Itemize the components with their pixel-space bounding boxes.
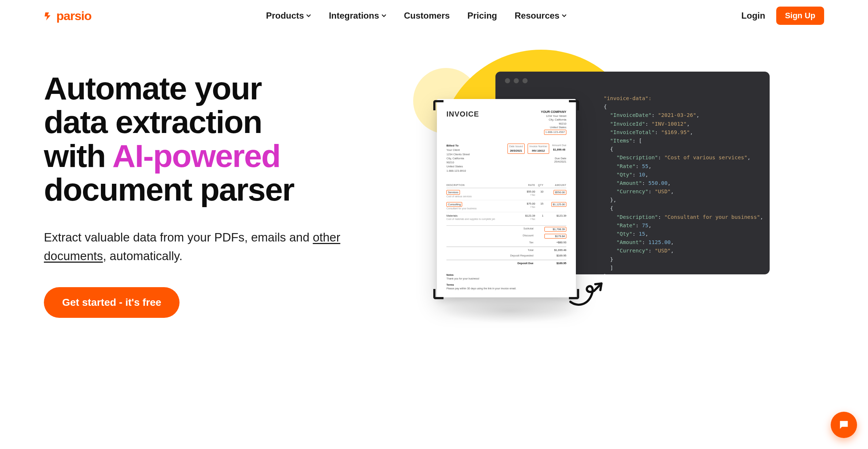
nav-pricing[interactable]: Pricing bbox=[467, 11, 497, 21]
total-value: $1,699.48 bbox=[544, 248, 566, 252]
deposit-value: $169.95 bbox=[544, 254, 566, 257]
invoice-row: ServicesCost of various services$55.00+T… bbox=[446, 188, 566, 200]
hero-section: Automate your data extraction with AI-po… bbox=[0, 31, 868, 335]
brand-logo[interactable]: parsio bbox=[44, 9, 91, 23]
nav-links: Products Integrations Customers Pricing … bbox=[266, 11, 567, 21]
chevron-down-icon bbox=[381, 13, 386, 18]
brand-name: parsio bbox=[56, 9, 91, 23]
due-date-label: Due Date bbox=[507, 157, 566, 160]
hero-copy: Automate your data extraction with AI-po… bbox=[44, 72, 395, 335]
window-controls-icon bbox=[505, 78, 760, 83]
client-zip: 90210 bbox=[446, 161, 454, 164]
company-zip: 90210 bbox=[559, 122, 566, 125]
tax-value: +$80.93 bbox=[544, 241, 566, 244]
invoice-row: ConsultingConsultant for your business$7… bbox=[446, 200, 566, 212]
client-country: United States bbox=[446, 165, 463, 168]
invoice-number: Invoice Number INV-10012 bbox=[528, 144, 549, 154]
chevron-down-icon bbox=[562, 13, 567, 18]
deposit-label: Deposit Requested bbox=[493, 254, 533, 257]
headline: Automate your data extraction with AI-po… bbox=[44, 72, 395, 207]
date-issued-value: 26/3/2021 bbox=[509, 149, 523, 153]
nav-resources[interactable]: Resources bbox=[514, 11, 567, 21]
subtotal-label: Subtotal bbox=[493, 227, 533, 232]
billed-label: Billed To bbox=[446, 144, 458, 147]
invoice-totals: Subtotal$1,798.39 Discount$179.84 Tax+$8… bbox=[446, 225, 566, 266]
amount-due: Amount Due $1,699.48 bbox=[552, 144, 566, 154]
company-name: YOUR COMPANY bbox=[541, 110, 566, 114]
col-rate: RATE bbox=[520, 182, 535, 188]
decor-shadow bbox=[441, 298, 580, 324]
nav-products[interactable]: Products bbox=[266, 11, 311, 21]
due-date: Due Date 25/4/2021 bbox=[507, 157, 566, 163]
nav-label: Customers bbox=[404, 11, 450, 21]
invoice-company: YOUR COMPANY 1234 Your Street City, Cali… bbox=[541, 110, 566, 135]
due-date-value: 25/4/2021 bbox=[507, 160, 566, 163]
invoice-line-items: DESCRIPTION RATE QTY AMOUNT ServicesCost… bbox=[446, 182, 566, 222]
headline-line-4: document parser bbox=[44, 171, 294, 208]
client-city: City, California bbox=[446, 157, 464, 160]
chat-fab[interactable] bbox=[831, 412, 857, 438]
top-nav: parsio Products Integrations Customers P… bbox=[0, 0, 868, 31]
deposit-due-label: Deposit Due bbox=[493, 262, 533, 265]
cta-button[interactable]: Get started - it's free bbox=[44, 287, 180, 318]
discount-label: Discount bbox=[493, 234, 533, 239]
company-addr: 1234 Your Street bbox=[546, 114, 566, 118]
company-phone: 1-888-123-4567 bbox=[544, 130, 566, 135]
json-root: "invoice-data": bbox=[604, 95, 652, 101]
company-city: City, California bbox=[549, 118, 566, 121]
terms-label: Terms bbox=[446, 283, 566, 287]
tax-label: Tax bbox=[493, 241, 533, 244]
headline-line-1: Automate your bbox=[44, 70, 261, 106]
subhead-post: , automatically. bbox=[103, 249, 182, 263]
subtotal-value: $1,798.39 bbox=[544, 227, 566, 232]
invoice-title: INVOICE bbox=[446, 110, 479, 118]
discount-value: $179.84 bbox=[544, 234, 566, 239]
amount-due-label: Amount Due bbox=[552, 144, 566, 148]
date-issued-label: Date Issued bbox=[509, 145, 523, 149]
headline-line-2: data extraction bbox=[44, 104, 262, 140]
chevron-down-icon bbox=[306, 13, 311, 18]
nav-customers[interactable]: Customers bbox=[404, 11, 450, 21]
col-qty: QTY bbox=[535, 182, 544, 188]
col-desc: DESCRIPTION bbox=[446, 182, 520, 188]
deposit-due-value: $169.95 bbox=[544, 262, 566, 265]
nav-integrations[interactable]: Integrations bbox=[329, 11, 386, 21]
headline-line-3a: with bbox=[44, 138, 112, 174]
scan-corner-icon bbox=[433, 289, 444, 299]
invoice-notes: Notes Thank you for your business! Terms… bbox=[446, 273, 566, 291]
notes-label: Notes bbox=[446, 273, 566, 277]
company-country: United States bbox=[550, 126, 566, 129]
scan-corner-icon bbox=[433, 100, 444, 110]
headline-accent: AI-powered bbox=[112, 138, 280, 174]
nav-auth: Login Sign Up bbox=[741, 7, 824, 25]
amount-due-value: $1,699.48 bbox=[552, 148, 566, 152]
subheadline: Extract valuable data from your PDFs, em… bbox=[44, 228, 395, 265]
chat-icon bbox=[838, 419, 850, 431]
terms-text: Please pay within 30 days using the link… bbox=[446, 287, 516, 290]
client-phone: 1-888-123-8910 bbox=[446, 169, 466, 172]
hero-illustration: "invoice-data": { "InvoiceDate": "2021-0… bbox=[410, 72, 824, 335]
nav-label: Pricing bbox=[467, 11, 497, 21]
invoice-row: MaterialsCost of materials and supplies … bbox=[446, 212, 566, 222]
invoice-number-label: Invoice Number bbox=[529, 145, 547, 149]
client-name: Your Client bbox=[446, 148, 460, 152]
col-amount: AMOUNT bbox=[543, 182, 566, 188]
login-link[interactable]: Login bbox=[741, 11, 765, 21]
billed-to: Billed To Your Client 1234 Clients Stree… bbox=[446, 144, 470, 173]
scan-corner-icon bbox=[569, 100, 579, 110]
invoice-card: INVOICE YOUR COMPANY 1234 Your Street Ci… bbox=[437, 99, 576, 297]
invoice-number-value: INV-10012 bbox=[529, 149, 547, 153]
scan-corner-icon bbox=[569, 289, 579, 299]
total-label: Total bbox=[493, 248, 533, 252]
nav-label: Resources bbox=[514, 11, 559, 21]
logo-icon bbox=[44, 11, 53, 20]
nav-label: Integrations bbox=[329, 11, 379, 21]
notes-text: Thank you for your business! bbox=[446, 277, 479, 280]
invoice-meta-row: Date Issued 26/3/2021 Invoice Number INV… bbox=[507, 144, 566, 154]
client-addr: 1234 Clients Street bbox=[446, 153, 470, 156]
signup-button[interactable]: Sign Up bbox=[776, 7, 824, 25]
subhead-pre: Extract valuable data from your PDFs, em… bbox=[44, 231, 313, 244]
date-issued: Date Issued 26/3/2021 bbox=[507, 144, 525, 154]
nav-label: Products bbox=[266, 11, 304, 21]
